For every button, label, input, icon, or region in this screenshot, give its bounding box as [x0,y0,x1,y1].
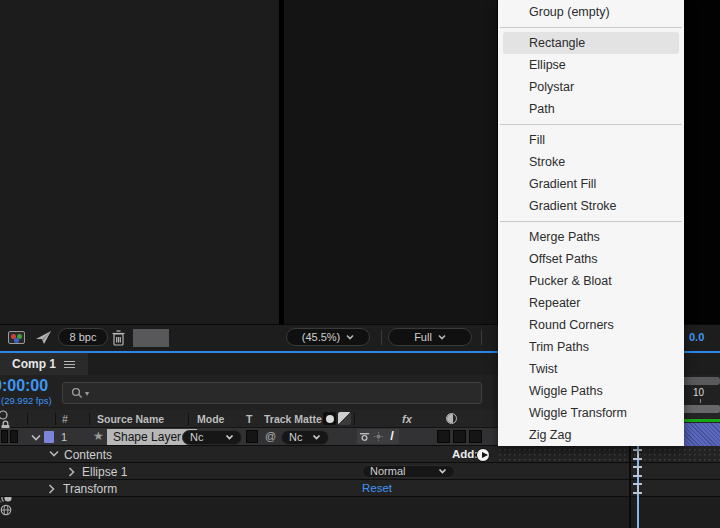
menu-item-wiggle-paths[interactable]: Wiggle Paths [498,380,684,402]
chevron-down-icon [312,433,321,441]
chevron-down-icon [438,333,446,341]
contents-row[interactable]: Contents Add: [0,446,720,463]
time-ruler-tick [700,399,701,403]
composition-viewer-middle[interactable] [284,0,497,324]
track-matte-toggle-icon[interactable] [338,412,351,425]
adjustment-layer-switch[interactable] [469,430,482,443]
audio-toggle[interactable] [10,430,18,443]
chevron-right-icon[interactable] [48,484,55,494]
fast-previews-icon[interactable] [35,330,52,345]
video-toggle[interactable] [1,430,8,443]
menu-item-gradient-fill[interactable]: Gradient Fill [498,173,684,195]
current-timecode[interactable]: 0:00:00 [0,377,48,395]
menu-item-group-empty[interactable]: Group (empty) [498,1,684,23]
toolbar-swatch[interactable] [133,329,169,347]
menu-item-path[interactable]: Path [498,98,684,120]
resolution-dropdown[interactable]: Full [388,328,472,346]
transform-reset-link[interactable]: Reset [362,482,392,494]
layer-name-label: Shape Layer 1 [113,430,191,444]
column-divider [188,413,189,425]
column-mode[interactable]: Mode [197,413,224,425]
cti-row-marker [632,466,643,477]
cti-row-marker [632,483,643,494]
menu-item-rectangle[interactable]: Rectangle [503,32,679,54]
preserve-transparency-toggle[interactable] [246,430,258,443]
selected-range-texture [497,447,720,461]
fx-column-icon[interactable]: fx [402,413,412,425]
channels-icon[interactable] [8,331,25,344]
menu-separator [500,27,682,28]
menu-separator [500,124,682,125]
quality-switch[interactable]: / [385,429,399,444]
parent-pickwhip-icon[interactable]: @ [265,430,276,442]
composition-viewer-left[interactable] [0,0,279,324]
blend-mode-value: Nc [190,431,203,443]
zoom-dropdown[interactable]: (45.5%) [286,328,370,346]
time-ruler-label: 10 [693,387,704,398]
bit-depth-button[interactable]: 8 bpc [58,328,108,346]
menu-item-zig-zag[interactable]: Zig Zag [498,424,684,446]
column-divider [27,413,28,425]
menu-item-offset-paths[interactable]: Offset Paths [498,248,684,270]
column-source-name[interactable]: Source Name [97,413,164,425]
panel-menu-icon[interactable] [64,361,75,368]
search-options-chevron-icon[interactable]: ▾ [85,389,89,398]
layer-expand-chevron-icon[interactable] [31,434,41,441]
eye-column-icon[interactable] [0,410,10,420]
adjustment-layer-column-icon[interactable] [446,413,457,424]
column-number[interactable]: # [62,413,68,425]
menu-item-gradient-stroke[interactable]: Gradient Stroke [498,195,684,217]
menu-item-repeater[interactable]: Repeater [498,292,684,314]
add-label: Add: [452,448,478,460]
menu-item-polystar[interactable]: Polystar [498,76,684,98]
ellipse-label: Ellipse 1 [82,465,127,479]
after-effects-window: 8 bpc (45.5%) Full 0. [0,0,720,528]
column-divider [89,413,90,425]
ellipse-1-row[interactable]: Ellipse 1 Normal [0,463,720,480]
transform-row[interactable]: Transform Reset [0,480,720,497]
cti-row-marker [632,449,643,460]
search-input[interactable]: ▾ [62,382,482,404]
preserve-transparency-icon[interactable] [323,412,336,425]
shy-switch[interactable] [357,429,371,444]
shape-layer-icon: ★ [93,429,104,443]
3d-layer-column-icon[interactable] [0,504,12,516]
column-t[interactable]: T [246,413,252,425]
fx-switch[interactable] [437,430,450,443]
blend-mode-dropdown[interactable]: Nc [182,430,242,445]
motion-blur-switch[interactable] [453,430,466,443]
zoom-value: (45.5%) [302,331,341,343]
ellipse-blend-mode-value: Normal [370,465,405,477]
add-shape-button[interactable] [476,448,490,462]
collapse-transformations-switch[interactable] [371,429,385,444]
chevron-down-icon [225,433,234,441]
menu-item-fill[interactable]: Fill [498,129,684,151]
menu-item-pucker-bloat[interactable]: Pucker & Bloat [498,270,684,292]
menu-item-merge-paths[interactable]: Merge Paths [498,226,684,248]
menu-item-wiggle-transform[interactable]: Wiggle Transform [498,402,684,424]
layer-label-swatch[interactable] [44,431,54,443]
chevron-down-icon [346,333,354,341]
menu-item-stroke[interactable]: Stroke [498,151,684,173]
transform-label: Transform [63,482,117,496]
ellipse-blend-mode-dropdown[interactable]: Normal [362,465,455,478]
bit-depth-label: 8 bpc [70,331,97,343]
chevron-down-icon[interactable] [49,450,59,457]
toolbar-separator [481,330,482,345]
layer-number: 1 [61,431,67,443]
menu-item-ellipse[interactable]: Ellipse [498,54,684,76]
tab-label: Comp 1 [12,357,56,371]
trash-icon[interactable] [112,330,125,346]
contents-label: Contents [64,448,112,462]
shape-menu: Group (empty)RectangleEllipsePolystarPat… [498,0,684,446]
column-divider [354,413,355,425]
chevron-right-icon[interactable] [68,467,75,477]
menu-item-twist[interactable]: Twist [498,358,684,380]
column-track-matte[interactable]: Track Matte [264,413,322,425]
menu-item-round-corners[interactable]: Round Corners [498,314,684,336]
exposure-value[interactable]: 0.0 [689,331,704,343]
track-matte-dropdown[interactable]: Nc [281,430,329,445]
toolbar-separator [381,330,382,345]
column-divider [55,413,56,425]
menu-item-trim-paths[interactable]: Trim Paths [498,336,684,358]
